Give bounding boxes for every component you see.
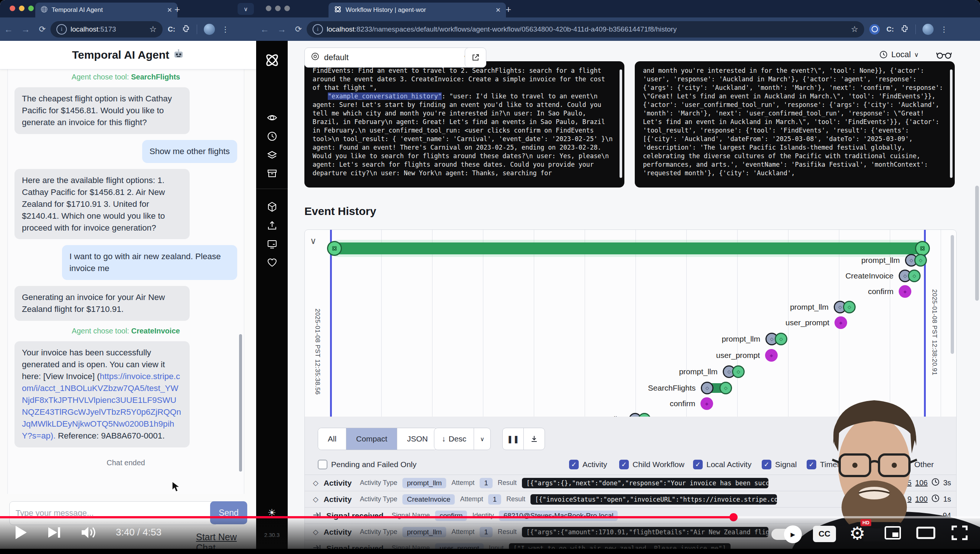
filter-signal[interactable]: ✓Signal xyxy=(762,460,797,470)
back-icon[interactable]: ← xyxy=(0,24,17,35)
page-scrollbar-thumb[interactable] xyxy=(975,186,979,301)
checkbox-unchecked[interactable] xyxy=(318,460,328,470)
extensions-puzzle-icon[interactable] xyxy=(182,24,190,34)
invoice-link[interactable]: https://invoice.stripe.com/i/acct_1NBOLu… xyxy=(22,372,181,440)
minimize-window-button[interactable] xyxy=(275,6,281,11)
tab-temporal-ai-agent[interactable]: Temporal AI Agent ✕ xyxy=(35,3,177,18)
filter-activity[interactable]: ✓Activity xyxy=(569,460,607,470)
timeline-event-pair[interactable]: ◇◇ xyxy=(834,301,856,314)
filter-other[interactable]: ✓Other xyxy=(901,460,934,470)
back-icon[interactable]: ← xyxy=(256,24,273,35)
fullscreen-icon[interactable] xyxy=(951,525,968,541)
volume-icon[interactable] xyxy=(81,526,97,539)
code-scrollbar-thumb[interactable] xyxy=(950,69,953,178)
timeline-event-pair-bar[interactable]: ◇◇ xyxy=(701,382,732,394)
event-table-row[interactable]: ◇ActivityActivity Typeprompt_llmAttempt1… xyxy=(305,474,956,491)
event-history-timeline[interactable]: ∨ 2025-01-08 PST 12:35:38.56 2025-01-08 … xyxy=(304,229,957,417)
site-info-icon[interactable]: i xyxy=(56,24,67,35)
timeline-event-signal[interactable]: ◆ xyxy=(700,397,713,410)
browser-menu-icon[interactable]: ⋮ xyxy=(940,25,948,34)
workflows-eye-icon[interactable] xyxy=(267,112,278,125)
checkbox-checked[interactable]: ✓ xyxy=(619,460,629,470)
new-tab-button[interactable]: + xyxy=(506,4,511,15)
zoom-window-button[interactable] xyxy=(28,6,34,11)
theater-mode-icon[interactable] xyxy=(916,527,935,539)
extensions-puzzle-icon[interactable] xyxy=(900,24,909,34)
play-icon[interactable] xyxy=(14,525,27,540)
extension-c-icon[interactable]: C: xyxy=(168,25,175,33)
chat-scrollbar-thumb[interactable] xyxy=(239,334,242,471)
sort-button[interactable]: ↓Desc ∨ xyxy=(434,428,491,450)
feedback-heart-icon[interactable] xyxy=(267,257,278,269)
timeline-event-signal[interactable]: ◆ xyxy=(835,316,847,329)
forward-icon[interactable]: → xyxy=(273,24,290,35)
reader-glasses-icon[interactable] xyxy=(936,50,952,62)
checkbox-checked[interactable]: ✓ xyxy=(807,460,816,470)
checkbox-checked[interactable]: ✓ xyxy=(693,460,703,470)
minimize-window-button[interactable] xyxy=(19,6,24,11)
reload-icon[interactable]: ⟳ xyxy=(290,24,307,34)
reload-icon[interactable]: ⟳ xyxy=(34,24,51,34)
timeline-event-pair[interactable]: ◇◇ xyxy=(765,333,788,345)
close-tab-icon[interactable]: ✕ xyxy=(496,6,501,14)
open-external-button[interactable] xyxy=(465,48,486,68)
event-table-row[interactable]: ◇ActivityActivity TypeCreateInvoiceAttem… xyxy=(305,491,956,507)
timeline-event-pair[interactable]: ◇◇ xyxy=(905,254,927,267)
password-manager-icon[interactable] xyxy=(869,24,880,35)
extension-c-icon[interactable]: C: xyxy=(886,25,894,33)
view-mode-compact[interactable]: Compact xyxy=(346,428,397,450)
tab-search-button[interactable]: ∨ xyxy=(237,3,254,15)
event-id-link[interactable]: 9 xyxy=(907,495,911,503)
close-tab-icon[interactable]: ✕ xyxy=(167,6,172,14)
miniplayer-icon[interactable] xyxy=(884,526,901,540)
code-block-conversation-history[interactable]: and month you're interested in for the e… xyxy=(635,61,955,188)
timezone-select[interactable]: Local ∨ xyxy=(879,50,919,59)
tab-workflow-history[interactable]: Workflow History | agent-wor ✕ xyxy=(329,3,506,18)
timeline-event-pair[interactable]: ◇◇ xyxy=(723,365,745,378)
bookmark-star-icon[interactable]: ☆ xyxy=(851,24,858,34)
captions-button[interactable]: CC xyxy=(813,526,836,542)
pause-autorefresh-button[interactable]: ❚❚ xyxy=(503,428,523,450)
pending-failed-filter[interactable]: Pending and Failed Only xyxy=(318,460,417,470)
event-id-link[interactable]: 106 xyxy=(915,479,928,487)
labs-cube-icon[interactable] xyxy=(267,201,278,214)
code-block-tool-prompt[interactable]: FindEvents: Find an event to travel to 2… xyxy=(304,61,624,188)
checkbox-checked[interactable]: ✓ xyxy=(569,460,579,470)
zoom-window-button[interactable] xyxy=(284,6,290,11)
timeline-event-signal[interactable]: ◆ xyxy=(765,349,778,361)
dev-monitor-icon[interactable] xyxy=(267,239,278,251)
view-mode-all[interactable]: All xyxy=(318,428,346,450)
timeline-scrollbar-thumb[interactable] xyxy=(951,235,954,354)
temporal-logo-icon[interactable] xyxy=(264,52,280,70)
site-info-icon[interactable]: i xyxy=(313,24,323,35)
filter-local-activity[interactable]: ✓Local Activity xyxy=(693,460,751,470)
settings-gear-icon[interactable]: ⚙HD xyxy=(850,523,865,544)
code-scrollbar-thumb[interactable] xyxy=(620,69,622,178)
event-id-link[interactable]: 05 xyxy=(903,479,911,487)
window-controls[interactable] xyxy=(10,6,34,11)
autoplay-toggle[interactable]: ▶ xyxy=(772,529,799,540)
address-bar[interactable]: i localhost:8233/namespaces/default/work… xyxy=(307,21,864,38)
sort-caret-button[interactable]: ∨ xyxy=(474,428,490,450)
close-window-button[interactable] xyxy=(10,6,15,11)
bookmark-star-icon[interactable]: ☆ xyxy=(149,24,157,34)
checkbox-checked[interactable]: ✓ xyxy=(762,460,772,470)
profile-avatar[interactable] xyxy=(923,24,934,35)
filter-child-workflow[interactable]: ✓Child Workflow xyxy=(619,460,684,470)
browser-menu-icon[interactable]: ⋮ xyxy=(222,25,229,34)
filter-timer[interactable]: ✓Timer xyxy=(807,460,840,470)
checkbox-checked[interactable]: ✓ xyxy=(901,460,911,470)
archive-box-icon[interactable] xyxy=(267,168,278,180)
timeline-event-signal[interactable]: ◆ xyxy=(899,285,911,298)
chat-scroll-area[interactable]: Agent chose tool: SearchFlightsThe cheap… xyxy=(8,69,244,494)
namespace-select[interactable]: default ∨ xyxy=(304,48,475,68)
forward-icon[interactable]: → xyxy=(17,24,34,35)
next-video-icon[interactable] xyxy=(48,526,61,539)
batch-layers-icon[interactable] xyxy=(267,149,278,162)
event-id-link[interactable]: 100 xyxy=(915,495,928,503)
schedules-clock-icon[interactable] xyxy=(267,131,278,143)
address-bar[interactable]: i localhost:5173 ☆ xyxy=(51,21,162,38)
share-upload-icon[interactable] xyxy=(267,220,278,232)
timeline-event-pair[interactable]: ◇◇ xyxy=(899,269,921,282)
new-tab-button[interactable]: + xyxy=(175,4,180,15)
